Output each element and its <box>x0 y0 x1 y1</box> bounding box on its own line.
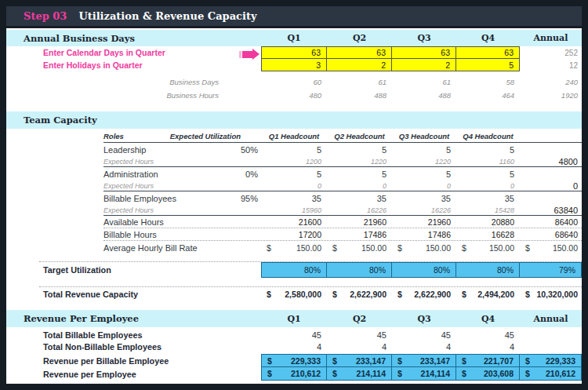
cell-bdays-q4: 58 <box>456 78 520 86</box>
cell-value: 214,114 <box>421 369 450 378</box>
header-roles: Roles <box>6 132 124 140</box>
cell-holidays-annual: 12 <box>520 61 582 70</box>
currency-symbol: $ <box>332 369 337 378</box>
cell-target-q1: 80% <box>261 262 327 278</box>
input-cell-calendar-q1[interactable]: 63 <box>261 46 327 59</box>
input-cell-calendar-q3[interactable]: 63 <box>392 46 456 59</box>
cell-value: 2,622,900 <box>350 290 387 299</box>
cell-tnbe-q1: 4 <box>261 342 327 352</box>
section-header-business-days: Annual Business Days Q1 Q2 Q3 Q4 Annual <box>6 30 582 46</box>
cell-rpbe-q1: $229,333 <box>261 354 327 367</box>
cell-headcount-q1: 35 <box>261 194 327 203</box>
table-row-revenue-per-employee: Revenue per Employee $210,612 $214,114 $… <box>6 367 582 381</box>
input-cell-holidays-q1[interactable]: 3 <box>261 59 327 71</box>
cell-rpe-q2: $214,114 <box>327 367 392 381</box>
cell-value: 150.00 <box>553 243 578 253</box>
table-row-billable-hours-expected: Expected Hours 15960 16226 16226 15428 6… <box>6 205 582 215</box>
table-header-row-roles: Roles Expected Utilization Q1 Headcount … <box>6 129 582 142</box>
cell-tbe-q1: 45 <box>261 330 327 340</box>
cell-rev-q4: $2,494,200 <box>456 287 520 301</box>
input-cell-holidays-q2[interactable]: 2 <box>327 59 392 71</box>
cell-calendar-annual: 252 <box>520 49 582 57</box>
cell-value: 233,147 <box>420 356 450 366</box>
cell-rate-q4: $150.00 <box>456 241 520 254</box>
row-label-bill-rate: Average Hourly Bill Rate <box>6 243 261 253</box>
row-label-business-hours: Business Hours <box>6 91 261 100</box>
expected-hours-label: Expected Hours <box>6 182 261 190</box>
table-row-bill-rate: Average Hourly Bill Rate $150.00 $150.00… <box>6 241 582 254</box>
cell-billh-q4: 16628 <box>456 230 520 239</box>
cell-exphours-q2: 1220 <box>327 158 392 166</box>
currency-symbol: $ <box>267 290 271 299</box>
cell-exphours-annual: 4800 <box>520 157 582 166</box>
table-row-business-days: Business Days 60 61 61 58 240 <box>6 75 582 89</box>
input-cell-calendar-q2[interactable]: 63 <box>327 46 392 59</box>
cell-rate-q1: $150.00 <box>261 241 327 254</box>
cell-target-q2: 80% <box>327 262 392 278</box>
cell-rate-q3: $150.00 <box>392 241 456 254</box>
row-label-total-nonbillable: Total Non-Billable Employees <box>6 342 261 352</box>
cell-avail-q2: 21960 <box>327 217 392 227</box>
cell-bhours-q1: 480 <box>261 91 327 100</box>
table-row-total-revenue: Total Revenue Capacity $2,580,000 $2,622… <box>6 287 582 301</box>
cell-value: 150.00 <box>361 243 387 253</box>
row-label-text: Enter Holidays in Quarter <box>43 60 143 70</box>
cell-rev-q2: $2,622,900 <box>327 287 392 301</box>
row-label-text: Enter Calendar Days in Quarter <box>43 48 165 57</box>
cell-exphours-q3: 0 <box>392 182 456 190</box>
input-cell-holidays-q4[interactable]: 5 <box>456 59 520 71</box>
table-row-available-hours: Available Hours 21600 21960 21960 20880 … <box>6 216 582 228</box>
cell-tnbe-q4: 4 <box>456 342 520 352</box>
currency-symbol: $ <box>462 290 466 299</box>
header-q1-headcount: Q1 Headcount <box>261 132 327 140</box>
cell-value: 229,333 <box>291 356 321 366</box>
role-name: Billable Employees <box>6 194 176 203</box>
table-row-business-hours: Business Hours 480 488 488 464 1920 <box>6 89 582 102</box>
role-label-group: Billable Employees 95% <box>6 194 261 203</box>
cell-rpe-q1: $210,612 <box>261 367 327 381</box>
section-title: Annual Business Days <box>6 33 261 44</box>
cell-bdays-annual: 240 <box>520 78 582 86</box>
cell-billh-q3: 17486 <box>392 230 456 239</box>
column-header-q4: Q4 <box>456 314 520 324</box>
cell-value: 2,580,000 <box>285 290 321 299</box>
header-q4-headcount: Q4 Headcount <box>456 132 520 140</box>
input-arrow-icon <box>239 49 260 60</box>
cell-bhours-q2: 488 <box>327 91 392 100</box>
page-title: Utilization & Revenue Capacity <box>78 10 256 22</box>
cell-target-q4: 80% <box>456 262 520 278</box>
section-title: Revenue Per Employee <box>6 313 261 324</box>
row-label-business-days: Business Days <box>6 78 261 86</box>
cell-rpbe-annual: $229,333 <box>520 354 582 367</box>
row-label-revenue-per-billable: Revenue per Billable Employee <box>6 356 261 366</box>
cell-value: 229,333 <box>546 356 575 366</box>
cell-value: 210,612 <box>546 369 575 378</box>
cell-value: 214,114 <box>357 369 386 378</box>
currency-symbol: $ <box>525 243 530 253</box>
cell-rpbe-q2: $233,147 <box>327 354 392 367</box>
table-row-administration-hours: Expected Hours 0 0 0 0 0 <box>6 180 582 191</box>
cell-billh-q1: 17200 <box>261 230 327 239</box>
cell-rpbe-q3: $233,147 <box>392 354 456 367</box>
cell-value: 150.00 <box>296 243 321 253</box>
input-cell-calendar-q4[interactable]: 63 <box>456 46 520 59</box>
cell-rate-q2: $150.00 <box>327 241 392 254</box>
input-cell-holidays-q3[interactable]: 2 <box>392 59 456 71</box>
currency-symbol: $ <box>397 369 402 378</box>
cell-tnbe-q2: 4 <box>327 342 392 352</box>
currency-symbol: $ <box>332 356 337 366</box>
cell-headcount-q1: 5 <box>261 145 327 155</box>
header-q2-headcount: Q2 Headcount <box>327 132 392 140</box>
cell-bdays-q1: 60 <box>261 78 327 86</box>
cell-value: 10,320,000 <box>536 290 578 299</box>
row-label-revenue-per-employee: Revenue per Employee <box>6 370 261 379</box>
role-label-group: Leadership 50% <box>6 145 261 155</box>
role-name: Administration <box>6 169 158 179</box>
app-frame: Step 03 Utilization & Revenue Capacity A… <box>0 0 588 390</box>
cell-bhours-annual: 1920 <box>520 91 582 100</box>
page-header: Step 03 Utilization & Revenue Capacity <box>6 6 582 26</box>
cell-rpe-annual: $210,612 <box>520 367 582 381</box>
cell-tbe-q2: 45 <box>327 330 392 340</box>
cell-exphours-q3: 1220 <box>392 158 456 166</box>
table-row-holidays: Enter Holidays in Quarter 3 2 2 5 12 <box>6 59 582 71</box>
